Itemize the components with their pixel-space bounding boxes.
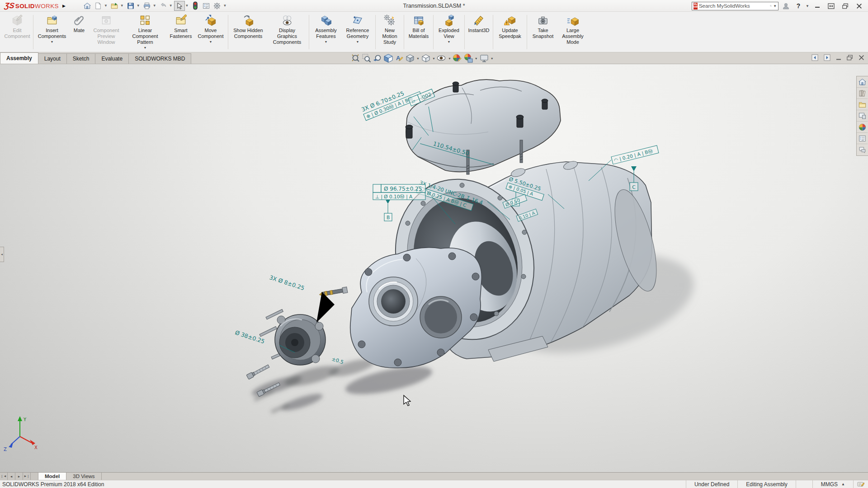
undo-icon[interactable]: [158, 1, 169, 11]
ribbon-button-edit-component[interactable]: Edit Component: [3, 13, 32, 52]
apply-scene-dropdown-arrow[interactable]: ▼: [475, 57, 478, 60]
tab-splitter-handle[interactable]: [31, 473, 38, 480]
doc-close-icon[interactable]: [859, 55, 864, 61]
dropdown-arrow[interactable]: ▼: [144, 46, 147, 50]
new-document-icon[interactable]: [93, 1, 104, 11]
tab-sketch[interactable]: Sketch: [66, 53, 96, 64]
close-button[interactable]: [853, 1, 865, 11]
dropdown-arrow[interactable]: ▼: [356, 40, 359, 44]
view-palette-icon[interactable]: [857, 110, 868, 122]
tab-3d-views[interactable]: 3D Views: [66, 473, 101, 480]
select-tool-icon[interactable]: [174, 1, 185, 11]
tab-solidworks-mbd[interactable]: SOLIDWORKS MBD: [128, 53, 191, 64]
ribbon-button-update-speedpak[interactable]: Update Speedpak: [495, 13, 525, 52]
tab-scroll-last-button[interactable]: ►❘: [23, 473, 31, 480]
help-button[interactable]: ?: [793, 1, 804, 11]
annotation-hidden-tol[interactable]: ±0.5: [331, 356, 344, 366]
ribbon-button-linear-component-pattern[interactable]: Linear Component Pattern▼: [123, 13, 167, 52]
restore-button[interactable]: [839, 1, 851, 11]
apply-scene-icon[interactable]: [463, 53, 473, 63]
tab-assembly[interactable]: Assembly: [0, 52, 38, 64]
zoom-to-fit-icon[interactable]: [351, 53, 361, 63]
ribbon-button-new-motion-study[interactable]: New Motion Study: [377, 13, 402, 52]
tab-scroll-prev-button[interactable]: ◄: [8, 473, 15, 480]
options-gear-icon[interactable]: [212, 1, 222, 11]
view-settings-dropdown-arrow[interactable]: ▼: [491, 57, 494, 60]
ribbon-button-show-hidden-components[interactable]: Show Hidden Components: [230, 13, 267, 52]
search-input[interactable]: [699, 3, 769, 9]
tags-icon[interactable]: [853, 480, 868, 488]
ribbon-button-display-graphics-components[interactable]: Display Graphics Components: [267, 13, 307, 52]
feature-pane-collapse-handle[interactable]: ◄: [0, 247, 4, 262]
resize-button[interactable]: [825, 1, 837, 11]
options-dropdown-arrow[interactable]: ▼: [223, 4, 226, 8]
hide-show-items-icon[interactable]: [437, 53, 447, 63]
ribbon-button-large-assembly-mode[interactable]: Large Assembly Mode: [557, 13, 588, 52]
new-dropdown-arrow[interactable]: ▼: [104, 4, 108, 8]
appearances-scenes-icon[interactable]: [857, 122, 868, 133]
custom-properties-icon[interactable]: [857, 133, 868, 144]
search-dropdown-arrow[interactable]: ▼: [773, 4, 777, 8]
print-icon[interactable]: [142, 1, 152, 11]
pane-collapse-right-icon[interactable]: [824, 54, 830, 61]
ribbon-button-component-preview-window[interactable]: Component Preview Window: [89, 13, 123, 52]
dropdown-arrow[interactable]: ▼: [448, 40, 451, 44]
print-dropdown-arrow[interactable]: ▼: [153, 4, 156, 8]
search-icon[interactable]: [770, 3, 772, 9]
rebuild-icon[interactable]: [190, 1, 201, 11]
tab-scroll-next-button[interactable]: ►: [15, 473, 23, 480]
ribbon-button-reference-geometry[interactable]: Reference Geometry▼: [341, 13, 374, 52]
ribbon-button-exploded-view[interactable]: Exploded View▼: [435, 13, 463, 52]
display-style-icon[interactable]: [421, 53, 431, 63]
search-box[interactable]: My SW ▼: [692, 2, 778, 10]
ribbon-button-move-component[interactable]: Move Component▼: [195, 13, 226, 52]
ribbon-button-insert-components[interactable]: Insert Components▼: [35, 13, 69, 52]
file-explorer-icon[interactable]: [857, 99, 868, 110]
edit-appearance-icon[interactable]: [453, 53, 462, 63]
undo-dropdown-arrow[interactable]: ▼: [169, 4, 173, 8]
display-style-dropdown-arrow[interactable]: ▼: [432, 57, 435, 60]
forum-icon[interactable]: [857, 144, 868, 155]
ribbon-button-mate[interactable]: Mate: [69, 13, 89, 52]
open-document-icon[interactable]: [109, 1, 120, 11]
home-icon[interactable]: [82, 1, 93, 11]
graphics-viewport[interactable]: 3X Ø 6.70±0.25 ⊕ | Ø 0.30Ⓜ | A | BⓂ ▱ .0…: [0, 64, 868, 472]
part-output-flange[interactable]: [259, 309, 326, 365]
solidworks-resources-icon[interactable]: [857, 76, 868, 88]
units-selector[interactable]: MMGS ▲: [812, 480, 853, 488]
minimize-button[interactable]: [811, 1, 823, 11]
dropdown-arrow[interactable]: ▼: [209, 40, 212, 44]
save-dropdown-arrow[interactable]: ▼: [137, 4, 140, 8]
save-icon[interactable]: [125, 1, 136, 11]
hide-show-dropdown-arrow[interactable]: ▼: [448, 57, 451, 60]
tab-model[interactable]: Model: [38, 473, 66, 480]
section-view-icon[interactable]: [383, 53, 393, 63]
view-orientation-dropdown-arrow[interactable]: ▼: [416, 57, 420, 60]
previous-view-icon[interactable]: [373, 53, 382, 63]
ribbon-button-smart-fasteners[interactable]: Smart Fasteners: [167, 13, 195, 52]
open-dropdown-arrow[interactable]: ▼: [120, 4, 124, 8]
ribbon-button-take-snapshot[interactable]: Take Snapshot: [528, 13, 557, 52]
ribbon-button-instant3d[interactable]: Instant3D: [466, 13, 491, 52]
dropdown-arrow[interactable]: ▼: [51, 40, 54, 44]
editing-mode-label[interactable]: Editing Assembly: [737, 480, 795, 488]
doc-restore-icon[interactable]: [847, 55, 853, 61]
ribbon-button-assembly-features[interactable]: Assembly Features▼: [311, 13, 341, 52]
file-properties-icon[interactable]: [201, 1, 212, 11]
zoom-to-area-icon[interactable]: [362, 53, 372, 63]
view-orientation-icon[interactable]: [405, 53, 415, 63]
help-dropdown-arrow[interactable]: ▼: [806, 4, 809, 8]
tab-evaluate[interactable]: Evaluate: [95, 53, 129, 64]
view-settings-icon[interactable]: [479, 53, 489, 63]
select-dropdown-arrow[interactable]: ▼: [185, 4, 189, 8]
design-library-icon[interactable]: [857, 88, 868, 99]
dynamic-annotation-views-icon[interactable]: A: [394, 53, 404, 63]
doc-minimize-icon[interactable]: [836, 55, 841, 61]
ribbon-button-bill-of-materials[interactable]: Bill of Materials: [406, 13, 432, 52]
dropdown-arrow[interactable]: ▼: [325, 40, 328, 44]
tab-scroll-first-button[interactable]: ❘◄: [0, 473, 8, 480]
part-bolt-1[interactable]: [246, 364, 270, 380]
tab-layout[interactable]: Layout: [38, 53, 67, 64]
login-user-icon[interactable]: [780, 1, 791, 11]
pane-collapse-left-icon[interactable]: [811, 54, 818, 61]
